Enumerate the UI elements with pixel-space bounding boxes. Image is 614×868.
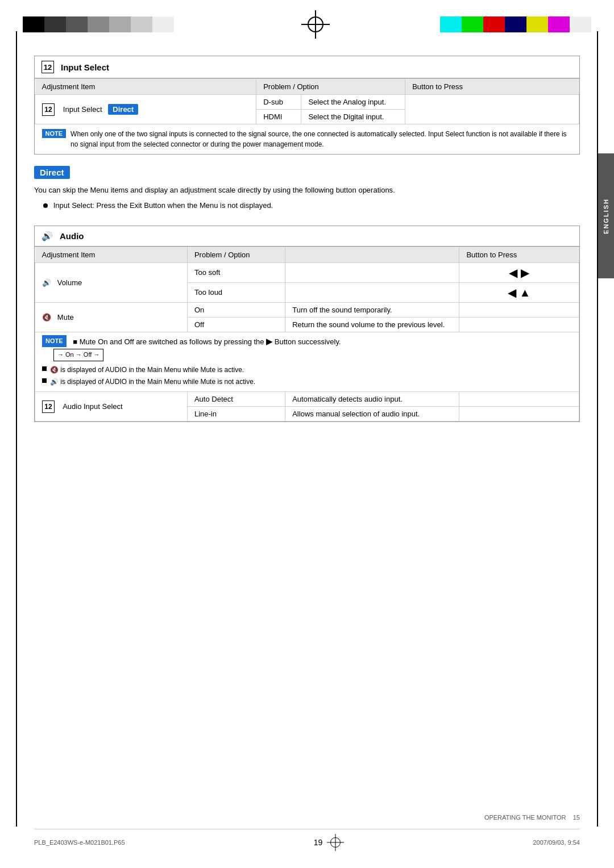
row-number: 12 <box>42 103 55 116</box>
c-bar-blue <box>505 16 526 32</box>
input-select-table: Adjustment Item Problem / Option Button … <box>35 78 579 154</box>
footer-file-number: 19 <box>314 838 323 847</box>
note-badge-audio: NOTE <box>42 335 67 348</box>
mute-bullet-1-text: 🔇 is displayed of AUDIO in the Main Menu… <box>50 365 244 375</box>
gs-bar-4 <box>88 16 109 32</box>
mute-off-desc: Return the sound volume to the previous … <box>285 317 459 332</box>
volume-label: Volume <box>57 278 82 287</box>
arrow-box-start: → On → Off → <box>53 349 103 361</box>
th-audio-opt <box>285 247 459 262</box>
gs-bar-3 <box>66 16 88 32</box>
crosshair-top <box>301 10 330 39</box>
input-select-section: 12 Input Select Adjustment Item Problem … <box>34 56 580 155</box>
mute-bullet-2-text: 🔊 is displayed of AUDIO in the Main Menu… <box>50 377 255 387</box>
dsub-option: D-sub <box>256 95 301 110</box>
hdmi-option: HDMI <box>256 110 301 124</box>
mute-note-row: NOTE ■ Mute On and Off are switched as f… <box>35 332 579 392</box>
play-button-icon: ▶ <box>266 337 272 346</box>
audio-section-header: 🔊 Audio <box>35 226 579 247</box>
input-select-note-row: NOTEWhen only one of the two signal inpu… <box>35 124 579 155</box>
note-text-input: When only one of the two signal inputs i… <box>70 129 567 149</box>
too-loud: Too loud <box>187 282 285 302</box>
gs-bar-5 <box>109 16 131 32</box>
page-footer: OPERATING THE MONITOR 15 PLB_E2403WS-e-M… <box>0 814 614 851</box>
linein-option: Line-in <box>187 407 285 422</box>
input-select-button-cell <box>405 95 579 124</box>
footer-date-time: 2007/09/03, 9:54 <box>533 839 580 846</box>
grayscale-bars <box>23 16 174 32</box>
footer-doc-code: PLB_E2403WS-e-M021B01.P65 <box>34 839 125 846</box>
gs-bar-2 <box>44 16 66 32</box>
footer-label: OPERATING THE MONITOR <box>484 814 573 821</box>
c-bar-cyan <box>440 16 462 32</box>
note-badge-input: NOTE <box>42 129 67 138</box>
c-bar-white <box>570 16 591 32</box>
audio-input-select-cell: 12 Audio Input Select <box>35 392 188 422</box>
direct-badge-table: Direct <box>108 104 138 115</box>
audio-section: 🔊 Audio Adjustment Item Problem / Option… <box>34 226 580 423</box>
linein-desc: Allows manual selection of audio input. <box>285 407 459 422</box>
table-row: 🔇 Mute On Turn off the sound temporarily… <box>35 302 579 317</box>
c-bar-yellow <box>526 16 548 32</box>
mute-bullet-1: 🔇 is displayed of AUDIO in the Main Menu… <box>42 365 572 375</box>
auto-detect-btn <box>459 392 579 407</box>
table-row: 12 Input Select Direct D-sub Select the … <box>35 95 579 110</box>
direct-bullet: Input Select: Press the Exit Button when… <box>43 200 580 212</box>
hdmi-description: Select the Digital input. <box>301 110 405 124</box>
auto-detect-option: Auto Detect <box>187 392 285 407</box>
th-audio-adj: Adjustment Item <box>35 247 188 262</box>
color-bars <box>440 16 591 32</box>
audio-title: Audio <box>60 231 84 241</box>
audio-input-label: Audio Input Select <box>63 402 123 411</box>
gs-bar-1 <box>23 16 44 32</box>
input-select-header: 12 Input Select <box>35 56 579 78</box>
th-button: Button to Press <box>405 79 579 95</box>
color-bar-header <box>0 0 614 39</box>
input-select-item-cell: 12 Input Select Direct <box>35 95 256 124</box>
too-soft: Too soft <box>187 262 285 282</box>
auto-detect-desc: Automatically detects audio input. <box>285 392 459 407</box>
volume-up-btn: ◀ ▶ <box>459 262 579 282</box>
volume-icon: 🔊 <box>42 278 51 287</box>
mute-note-line1: ■ Mute On and Off are switched as follow… <box>73 337 266 346</box>
direct-bullet-text: Input Select: Press the Exit Button when… <box>53 201 273 210</box>
input-select-number: 12 <box>42 61 54 73</box>
audio-input-number: 12 <box>42 400 55 413</box>
too-loud-desc <box>285 282 459 302</box>
audio-icon: 🔊 <box>42 231 53 241</box>
sq-bullet-1 <box>42 366 47 371</box>
footer-page-number: 15 <box>573 814 580 821</box>
footer-bottom: PLB_E2403WS-e-M021B01.P65 19 2007/09/03,… <box>34 829 580 851</box>
mute-on: On <box>187 302 285 317</box>
too-soft-desc <box>285 262 459 282</box>
gs-bar-7 <box>152 16 174 32</box>
mute-bullet-2: 🔊 is displayed of AUDIO in the Main Menu… <box>42 377 572 387</box>
bullet-dot <box>43 203 48 208</box>
footer-crosshair-circle <box>330 837 341 848</box>
mute-note-suffix: Button successively. <box>275 337 341 346</box>
th-problem: Problem / Option <box>256 79 405 95</box>
mute-note-cell: NOTE ■ Mute On and Off are switched as f… <box>35 332 579 392</box>
volume-down-btn: ◀ ▲ <box>459 282 579 302</box>
direct-heading: Direct <box>34 166 70 179</box>
input-select-title: Input Select <box>61 62 109 72</box>
mute-off: Off <box>187 317 285 332</box>
crosshair-circle <box>308 16 323 32</box>
linein-btn <box>459 407 579 422</box>
footer-center: 19 <box>314 834 345 851</box>
c-bar-red <box>483 16 505 32</box>
th-adjustment: Adjustment Item <box>35 79 256 95</box>
mute-item-cell: 🔇 Mute <box>35 302 188 332</box>
mute-label: Mute <box>57 313 74 322</box>
footer-top: OPERATING THE MONITOR 15 <box>34 814 580 821</box>
mute-off-btn <box>459 317 579 332</box>
sq-bullet-2 <box>42 378 47 383</box>
c-bar-magenta <box>548 16 570 32</box>
volume-item-cell: 🔊 Volume <box>35 262 188 302</box>
table-row: 🔊 Volume Too soft ◀ ▶ <box>35 262 579 282</box>
dsub-description: Select the Analog input. <box>301 95 405 110</box>
gs-bar-6 <box>131 16 152 32</box>
footer-crosshair <box>327 834 344 851</box>
direct-section: Direct You can skip the Menu items and d… <box>34 166 580 212</box>
c-bar-green <box>462 16 483 32</box>
